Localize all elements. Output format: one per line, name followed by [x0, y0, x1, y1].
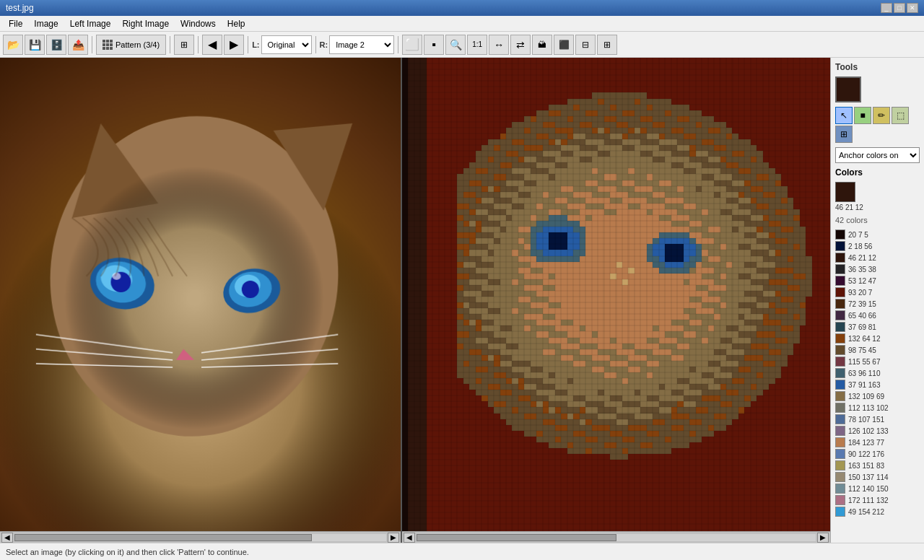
color-list-item[interactable]: 20 7 5 — [835, 229, 920, 240]
prev-btn[interactable]: ◀ — [202, 35, 222, 55]
sep6 — [398, 36, 398, 53]
color-list-item[interactable]: 36 35 38 — [835, 263, 920, 275]
status-bar: Select an image (by clicking on it) and … — [0, 543, 924, 560]
right-scroll-left-btn[interactable]: ◀ — [404, 533, 415, 543]
menu-image[interactable]: Image — [28, 17, 64, 30]
right-image-container[interactable] — [402, 58, 830, 531]
open-btn[interactable]: 📂 — [3, 35, 23, 55]
color-list-item[interactable]: 132 109 69 — [835, 390, 920, 402]
left-image-select[interactable]: Original Image 1 Image 2 — [261, 35, 312, 54]
mountain-btn[interactable]: 🏔 — [532, 35, 552, 55]
pencil-tool-btn[interactable]: ✏ — [873, 107, 890, 124]
save-btn[interactable]: 💾 — [25, 35, 45, 55]
scroll-left-btn[interactable]: ◀ — [1, 533, 13, 543]
close-btn[interactable]: ✕ — [907, 3, 918, 13]
left-h-scrollbar[interactable]: ◀ ▶ — [0, 531, 401, 543]
grid2-btn[interactable]: ⊟ — [575, 35, 596, 55]
anchor-colors-select[interactable]: Anchor colors on Anchor colors off — [835, 147, 920, 163]
color-list-item[interactable]: 112 113 102 — [835, 402, 920, 414]
left-image-canvas[interactable] — [0, 58, 401, 531]
right-scroll-thumb[interactable] — [417, 534, 616, 541]
color-list-item[interactable]: 63 96 110 — [835, 367, 920, 379]
color-list-item[interactable]: 132 64 12 — [835, 333, 920, 344]
minimize-btn[interactable]: _ — [881, 3, 892, 13]
flip-btn[interactable]: ↔ — [489, 35, 509, 55]
tools-title: Tools — [835, 62, 920, 72]
title-text: test.jpg — [6, 3, 34, 13]
color-list-item[interactable]: 72 39 15 — [835, 298, 920, 310]
color-list-item[interactable]: 2 18 56 — [835, 240, 920, 252]
selected-color-swatch-large[interactable] — [835, 76, 861, 102]
sep3 — [198, 36, 199, 53]
color-tool-btn[interactable]: ■ — [854, 107, 871, 124]
color-list-item[interactable]: 184 123 77 — [835, 437, 920, 448]
scroll-thumb[interactable] — [14, 534, 312, 541]
grid-btn[interactable]: ⊞ — [174, 35, 194, 55]
swap-btn[interactable]: ⇄ — [510, 35, 531, 55]
color-list-item[interactable]: 65 40 66 — [835, 310, 920, 321]
left-label: L: — [252, 40, 259, 49]
color-list-item[interactable]: 49 154 212 — [835, 506, 920, 517]
color-count-label: 42 colors — [835, 216, 920, 224]
right-pixel-canvas[interactable] — [402, 58, 830, 531]
maximize-btn[interactable]: □ — [894, 3, 905, 13]
next-btn[interactable]: ▶ — [224, 35, 244, 55]
color-list-item[interactable]: 93 20 7 — [835, 286, 920, 298]
color-list-item[interactable]: 172 111 132 — [835, 494, 920, 506]
pattern-btn[interactable]: Pattern (3/4) — [96, 35, 166, 55]
menu-windows[interactable]: Windows — [175, 17, 222, 30]
selected-color-info: 46 21 12 — [835, 182, 920, 211]
eraser-tool-btn[interactable]: ⬚ — [892, 107, 909, 124]
tools-panel: Tools ↖ ■ ✏ ⬚ ⊞ Anchor colors on Anchor … — [830, 58, 924, 543]
window-controls: _ □ ✕ — [881, 3, 918, 13]
grid-tool-btn[interactable]: ⊞ — [835, 126, 853, 143]
zoom-1-1-btn[interactable]: 1:1 — [467, 35, 487, 55]
right-scroll-track[interactable] — [417, 534, 816, 541]
color-list-item[interactable]: 112 140 150 — [835, 483, 920, 494]
export-btn[interactable]: 📤 — [68, 35, 88, 55]
color-list-item[interactable]: 115 55 67 — [835, 356, 920, 367]
color-list-item[interactable]: 46 21 12 — [835, 252, 920, 263]
right-scroll-right-btn[interactable]: ▶ — [817, 533, 829, 543]
color-list-item[interactable]: 37 91 163 — [835, 379, 920, 390]
scroll-track[interactable] — [14, 534, 386, 541]
split-horizontal-btn[interactable]: ▪️ — [424, 35, 444, 55]
menu-left-image[interactable]: Left Image — [64, 17, 117, 30]
menu-right-image[interactable]: Right Image — [116, 17, 175, 30]
main-content: ◀ ▶ ◀ ▶ Tools ↖ ■ ✏ ⬚ — [0, 58, 924, 543]
scroll-right-btn[interactable]: ▶ — [388, 533, 399, 543]
selected-color-rgb: 46 21 12 — [835, 204, 863, 211]
zoom-fit-btn[interactable]: 🔍 — [445, 35, 466, 55]
sep2 — [170, 36, 170, 53]
select-tool-btn[interactable]: ↖ — [835, 107, 853, 124]
colors-section-title: Colors — [835, 167, 920, 178]
title-bar: test.jpg _ □ ✕ — [0, 0, 924, 16]
split2-btn[interactable]: ⬛ — [554, 35, 574, 55]
color-list-item[interactable]: 163 151 83 — [835, 460, 920, 471]
save-as-btn[interactable]: 🗄️ — [46, 35, 66, 55]
pattern2-btn[interactable]: ⊞ — [597, 35, 617, 55]
left-image-container[interactable] — [0, 58, 401, 531]
color-list-item[interactable]: 53 12 47 — [835, 275, 920, 286]
color-list-item[interactable]: 126 102 133 — [835, 425, 920, 437]
right-h-scrollbar[interactable]: ◀ ▶ — [402, 531, 830, 543]
pattern-btn-label: Pattern (3/4) — [116, 40, 160, 49]
color-list-item[interactable]: 150 137 114 — [835, 471, 920, 483]
color-list: 20 7 52 18 5646 21 1236 35 3853 12 4793 … — [835, 229, 920, 517]
color-list-item[interactable]: 90 122 176 — [835, 448, 920, 460]
menu-file[interactable]: File — [3, 17, 28, 30]
split-vertical-btn[interactable]: ⬜ — [402, 35, 422, 55]
toolbar: 📂 💾 🗄️ 📤 Pattern (3/4) ⊞ ◀ ▶ L: Original… — [0, 32, 924, 58]
color-list-item[interactable]: 98 75 45 — [835, 344, 920, 356]
selected-color-swatch[interactable] — [835, 182, 855, 202]
color-list-item[interactable]: 78 107 151 — [835, 414, 920, 425]
right-image-select[interactable]: Image 1 Image 2 Image 3 Image 4 — [329, 35, 394, 54]
menu-help[interactable]: Help — [222, 17, 251, 30]
menu-bar: File Image Left Image Right Image Window… — [0, 16, 924, 32]
color-list-item[interactable]: 37 69 81 — [835, 321, 920, 333]
sep1 — [92, 36, 92, 53]
right-image-panel[interactable]: ◀ ▶ — [402, 58, 830, 543]
left-image-panel[interactable]: ◀ ▶ — [0, 58, 402, 543]
sep5 — [315, 36, 316, 53]
tool-icons-row: ↖ ■ ✏ ⬚ ⊞ — [835, 107, 920, 143]
